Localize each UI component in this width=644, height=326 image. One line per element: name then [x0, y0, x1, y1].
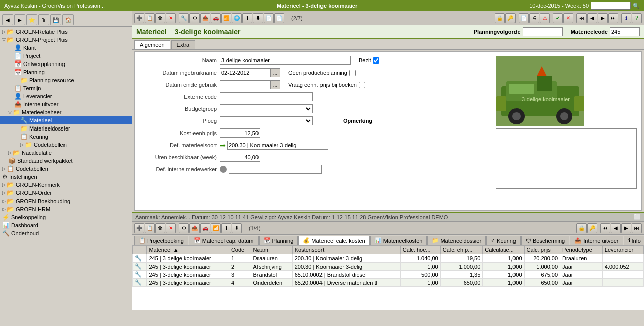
budgetgroep-select[interactable] [220, 104, 313, 113]
col-materieel[interactable]: Materieel ▲ [147, 246, 229, 254]
tools-btn3[interactable]: 📤 [200, 13, 210, 23]
tab-materieel-calc-kosten[interactable]: 💰 Materieel calc. kosten [298, 236, 369, 245]
bottom-delete-btn[interactable]: 🗑 [155, 223, 165, 233]
col-code[interactable]: Code [229, 246, 251, 254]
bottom-delete2-btn[interactable]: ✕ [166, 223, 176, 233]
sidebar-item-groen-relatie-plus[interactable]: ▷ 📂 GROEN-Relatie Plus [0, 28, 132, 36]
tools-btn8[interactable]: ⬇ [253, 13, 263, 23]
bottom-tools6[interactable]: ⬇ [232, 223, 242, 233]
planningvolgorde-input[interactable] [523, 27, 563, 36]
sidebar-item-onderhoud[interactable]: 🔨 Onderhoud [0, 229, 132, 237]
table-row[interactable]: 🔧 245 | 3-delige kooimaaier 1 Draaiuren … [133, 254, 644, 263]
sidebar-item-termijn[interactable]: 📋 Termijn [0, 84, 132, 92]
search-icon[interactable]: 🔍 [633, 3, 640, 9]
sidebar-item-groen-kenmerk[interactable]: ▷ 📂 GROEN-Kenmerk [0, 181, 132, 189]
tab-algemeen[interactable]: Algemeen [134, 40, 170, 49]
bottom-prev-btn[interactable]: ◀ [611, 223, 621, 233]
bezit-checkbox[interactable] [373, 57, 379, 64]
sidebar-item-groen-project-plus[interactable]: ▽ 📂 GROEN-Project Plus [0, 36, 132, 44]
sidebar-item-materieel[interactable]: 🔧 Materieel [0, 116, 132, 124]
table-row[interactable]: 🔧 245 | 3-delige kooimaaier 4 Onderdelen… [133, 279, 644, 287]
tab-materieelkosten[interactable]: 📊 Materieelkosten [370, 236, 427, 245]
nav-forward-btn[interactable]: ▶ [14, 14, 25, 25]
sidebar-item-groen-order[interactable]: ▷ 📂 GROEN-Order [0, 189, 132, 197]
vraag-enh-prijs-checkbox[interactable] [359, 82, 365, 88]
col-periodetype[interactable]: Periodetype [560, 246, 603, 254]
datum-einde-gebruik-ellipsis[interactable]: ... [270, 80, 280, 89]
bottom-last-btn[interactable]: ⏭ [632, 223, 642, 233]
tab-bescherming[interactable]: 🛡 Bescherming [521, 236, 569, 245]
bottom-lock-btn[interactable]: 🔒 [576, 223, 587, 233]
geen-productieplanning-checkbox[interactable] [349, 70, 356, 76]
bottom-add-btn[interactable]: ➕ [134, 223, 144, 233]
sidebar-item-keuring[interactable]: 📋 Keuring [0, 133, 132, 141]
col-naam[interactable]: Naam [251, 246, 292, 254]
bottom-tools3[interactable]: 🚗 [200, 223, 210, 233]
info-btn[interactable]: ℹ [621, 13, 631, 23]
tools-btn4[interactable]: 🚗 [211, 13, 221, 23]
def-interne-medewerker-input[interactable] [229, 165, 322, 174]
externe-code-input[interactable] [220, 92, 313, 101]
sidebar-item-leverancier[interactable]: 👤 Leverancier [0, 92, 132, 100]
def-materieelsoort-input[interactable] [227, 141, 328, 150]
nav-back-btn[interactable]: ◀ [2, 14, 13, 25]
nav-home-btn[interactable]: ⭐ [26, 14, 37, 25]
ploeg-select[interactable] [220, 116, 313, 125]
col-calculatie[interactable]: Calculatie... [483, 246, 524, 254]
statusbar-expand[interactable]: ⬜ [634, 214, 641, 220]
sidebar-item-materieelbeheer[interactable]: ▽ 📁 Materieelbeheer [0, 108, 132, 116]
sidebar-item-interne-uitvoer[interactable]: 📤 Interne uitvoer [0, 100, 132, 108]
check-btn[interactable]: ✔ [553, 13, 563, 23]
last-btn[interactable]: ⏭ [608, 13, 618, 23]
sidebar-item-snelkoppeling[interactable]: ⚡ Snelkoppeling [0, 213, 132, 221]
table-row[interactable]: 🔧 245 | 3-delige kooimaaier 3 Brandstof … [133, 271, 644, 279]
sidebar-item-klant[interactable]: 👤 Klant [0, 44, 132, 52]
sidebar-item-standaard-werkpakket[interactable]: 📦 Standaard werkpakket [0, 157, 132, 165]
bottom-tools1[interactable]: ⚙ [179, 223, 189, 233]
tab-planning[interactable]: 📆 Planning [259, 236, 298, 245]
bottom-tools4[interactable]: 📶 [211, 223, 221, 233]
lock-btn[interactable]: 🔒 [495, 13, 505, 23]
tools-btn9[interactable]: 📄 [264, 13, 274, 23]
print2-btn[interactable]: 🖨 [529, 13, 539, 23]
materieelcode-input[interactable] [610, 27, 640, 36]
opmerking-textarea[interactable] [496, 128, 637, 189]
sidebar-item-materieeldossier[interactable]: 📁 Materieeldossier [0, 124, 132, 133]
bottom-next-btn[interactable]: ▶ [621, 223, 631, 233]
tab-extra[interactable]: Extra [171, 40, 196, 49]
sidebar-item-project[interactable]: 📄 Project [0, 52, 132, 60]
tools-btn2[interactable]: ⚙ [189, 13, 200, 23]
copy-btn[interactable]: 📋 [145, 13, 155, 23]
cancel-btn[interactable]: ✕ [563, 13, 573, 23]
sidebar-item-instellingen[interactable]: ⚙ Instellingen [0, 173, 132, 181]
bottom-tools5[interactable]: ⬆ [221, 223, 231, 233]
kost-eenhprijs-input[interactable] [220, 128, 260, 138]
sidebar-item-nacalculatie[interactable]: ▷ 📂 Nacalculatie [0, 149, 132, 157]
datum-ingebruikname-input[interactable] [220, 68, 270, 77]
add-btn[interactable]: ➕ [134, 13, 144, 23]
first-btn[interactable]: ⏮ [576, 13, 587, 23]
tools-btn6[interactable]: 🌐 [232, 13, 242, 23]
col-calc-prijs[interactable]: Calc. prijs [524, 246, 560, 254]
tools-btn7[interactable]: ⬆ [242, 13, 252, 23]
sidebar-item-codetabellen[interactable]: ▷ 📁 Codetabellen [0, 141, 132, 149]
print-btn[interactable]: 📄 [519, 13, 529, 23]
tab-projectboeking[interactable]: 📋 Projectboeking [134, 236, 188, 245]
col-leverancier[interactable]: Leverancier [602, 246, 643, 254]
naam-input[interactable] [220, 56, 351, 65]
sidebar-item-groen-boekhouding[interactable]: ▷ 📂 GROEN-Boekhouding [0, 197, 132, 205]
bottom-first-btn[interactable]: ⏮ [600, 223, 610, 233]
delete2-btn[interactable]: ✕ [166, 13, 176, 23]
sidebar-item-groen-hrm[interactable]: ▷ 📂 GROEN-HRM [0, 205, 132, 213]
tools-btn5[interactable]: 📶 [221, 13, 231, 23]
tab-info[interactable]: ℹ Info [624, 236, 644, 245]
bottom-copy-btn[interactable]: 📋 [145, 223, 155, 233]
next-btn[interactable]: ▶ [598, 13, 608, 23]
sidebar-item-ontwerpplanning[interactable]: 📅 Ontwerpplanning [0, 60, 132, 68]
tab-interne-uitvoer[interactable]: 📤 Interne uitvoer [570, 236, 623, 245]
prev-btn[interactable]: ◀ [587, 13, 597, 23]
tools-btn1[interactable]: 🔧 [179, 13, 189, 23]
table-row[interactable]: 🔧 245 | 3-delige kooimaaier 2 Afschrijvi… [133, 263, 644, 271]
tools-btn10[interactable]: 📄 [274, 13, 284, 23]
bottom-tools2[interactable]: 📤 [189, 223, 200, 233]
